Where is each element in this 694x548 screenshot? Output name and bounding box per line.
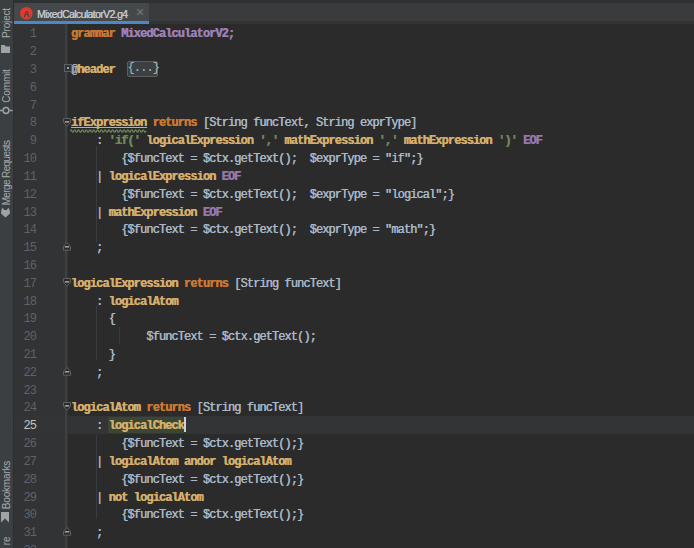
svg-text:A: A [23,8,29,18]
